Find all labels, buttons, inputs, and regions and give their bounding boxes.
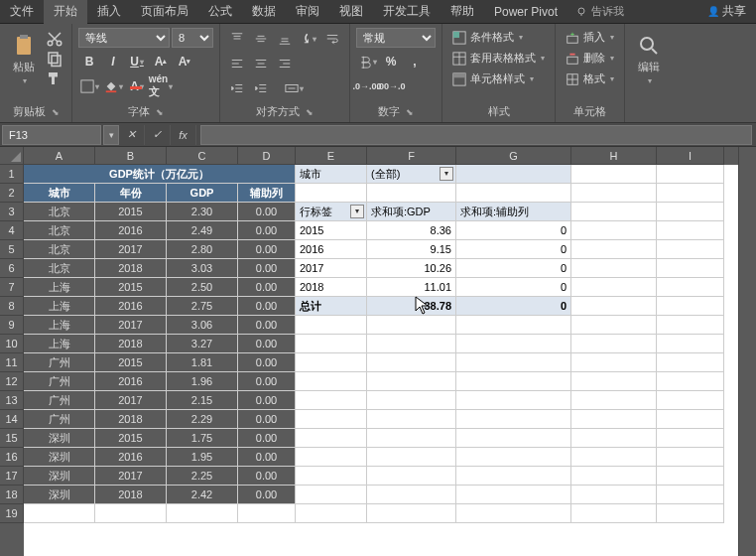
tab-data[interactable]: 数据	[242, 0, 286, 24]
pivot-total-aux[interactable]: 0	[456, 297, 571, 316]
table-format-button[interactable]: 套用表格格式▾	[448, 49, 549, 68]
cell[interactable]	[571, 429, 657, 448]
row-header-9[interactable]: 9	[0, 316, 24, 335]
tab-layout[interactable]: 页面布局	[131, 0, 198, 24]
cell[interactable]	[657, 353, 724, 372]
cell[interactable]: 0.00	[238, 335, 296, 353]
row-header-16[interactable]: 16	[0, 448, 24, 467]
cell[interactable]	[296, 486, 367, 504]
table-row[interactable]: 深圳	[24, 448, 95, 467]
row-header-13[interactable]: 13	[0, 391, 24, 410]
table-row[interactable]: 北京	[24, 240, 95, 259]
col-header-D[interactable]: D	[238, 147, 296, 165]
pivot-row[interactable]: 2015	[296, 221, 367, 240]
cell[interactable]	[456, 316, 571, 335]
cell[interactable]: 2016	[95, 372, 167, 391]
cell[interactable]: 2018	[95, 486, 167, 504]
cell[interactable]: 2016	[95, 448, 167, 467]
wrap-text-button[interactable]	[321, 28, 343, 50]
pivot-col-aux[interactable]: 求和项:辅助列	[456, 203, 571, 221]
align-left-button[interactable]	[226, 53, 248, 74]
pivot-row-label[interactable]: 行标签▾	[296, 203, 367, 221]
col-header-G[interactable]: G	[456, 147, 571, 165]
cell[interactable]: 0	[456, 278, 571, 297]
cell[interactable]: 1.95	[167, 448, 238, 467]
row-header-5[interactable]: 5	[0, 240, 24, 259]
cell[interactable]: 0.00	[238, 278, 296, 297]
comma-button[interactable]: ,	[404, 51, 426, 72]
row-header-19[interactable]: 19	[0, 504, 24, 523]
cell[interactable]	[571, 240, 657, 259]
cell[interactable]	[456, 353, 571, 372]
clipboard-launcher[interactable]: ⬊	[52, 107, 60, 117]
cell[interactable]: 0.00	[238, 240, 296, 259]
cell[interactable]	[456, 391, 571, 410]
cut-button[interactable]	[46, 30, 63, 48]
cell[interactable]	[367, 467, 456, 486]
col-header-F[interactable]: F	[367, 147, 456, 165]
cell[interactable]	[657, 467, 724, 486]
cell[interactable]: 8.36	[367, 221, 456, 240]
cell[interactable]	[657, 335, 724, 353]
table-row[interactable]: 北京	[24, 259, 95, 278]
tab-file[interactable]: 文件	[0, 0, 44, 24]
cell[interactable]: 2.29	[167, 410, 238, 429]
cell-styles-button[interactable]: 单元格样式▾	[448, 70, 538, 88]
tab-home[interactable]: 开始	[44, 0, 87, 24]
row-header-17[interactable]: 17	[0, 467, 24, 486]
cell[interactable]: 0.00	[238, 486, 296, 504]
bold-button[interactable]: B	[78, 51, 100, 72]
fx-button[interactable]: fx	[171, 125, 196, 145]
cell[interactable]	[456, 165, 571, 184]
cell[interactable]	[571, 504, 657, 523]
cell[interactable]	[657, 486, 724, 504]
align-top-button[interactable]	[226, 28, 248, 50]
font-name-combo[interactable]: 等线	[78, 28, 170, 48]
col-header-E[interactable]: E	[296, 147, 367, 165]
indent-decrease-button[interactable]	[226, 77, 248, 99]
cell[interactable]	[367, 410, 456, 429]
cell[interactable]: 2017	[95, 391, 167, 410]
cell[interactable]: 2018	[95, 335, 167, 353]
cell[interactable]	[456, 372, 571, 391]
cell[interactable]	[657, 297, 724, 316]
row-header-2[interactable]: 2	[0, 184, 24, 203]
cell[interactable]	[367, 486, 456, 504]
cell[interactable]	[367, 335, 456, 353]
font-color-button[interactable]: A▾	[126, 75, 148, 97]
cell[interactable]	[296, 410, 367, 429]
row-header-11[interactable]: 11	[0, 353, 24, 372]
cell[interactable]	[456, 486, 571, 504]
hdr-year[interactable]: 年份	[95, 184, 167, 203]
cells-area[interactable]: GDP统计（万亿元）城市(全部)▾城市年份GDP辅助列北京20152.300.0…	[24, 165, 738, 523]
table-row[interactable]: 上海	[24, 278, 95, 297]
pivot-filter-value[interactable]: (全部)▾	[367, 165, 456, 184]
cell[interactable]	[571, 467, 657, 486]
cell[interactable]	[296, 429, 367, 448]
tab-dev[interactable]: 开发工具	[373, 0, 441, 24]
align-right-button[interactable]	[274, 53, 296, 74]
share-button[interactable]: 👤 共享	[697, 0, 756, 24]
cell[interactable]: 1.81	[167, 353, 238, 372]
conditional-format-button[interactable]: 条件格式▾	[448, 28, 527, 47]
cell[interactable]	[456, 184, 571, 203]
cell[interactable]	[571, 410, 657, 429]
border-button[interactable]: ▾	[78, 75, 100, 97]
cell[interactable]	[296, 353, 367, 372]
formula-input[interactable]	[200, 125, 752, 145]
merge-button[interactable]: ▾	[274, 77, 314, 99]
align-middle-button[interactable]	[250, 28, 272, 50]
pivot-total-gdp[interactable]: 38.78	[367, 297, 456, 316]
cell[interactable]: 3.27	[167, 335, 238, 353]
row-header-15[interactable]: 15	[0, 429, 24, 448]
increase-decimal-button[interactable]: .0→.00	[356, 75, 378, 97]
cell[interactable]: 0.00	[238, 467, 296, 486]
cell[interactable]: 0.00	[238, 391, 296, 410]
cell[interactable]: 2.80	[167, 240, 238, 259]
cell[interactable]	[657, 429, 724, 448]
cell[interactable]: 2.42	[167, 486, 238, 504]
paste-button[interactable]: 粘贴▾	[6, 28, 42, 91]
table-row[interactable]: 北京	[24, 203, 95, 221]
tab-formula[interactable]: 公式	[198, 0, 242, 24]
cell[interactable]	[571, 278, 657, 297]
